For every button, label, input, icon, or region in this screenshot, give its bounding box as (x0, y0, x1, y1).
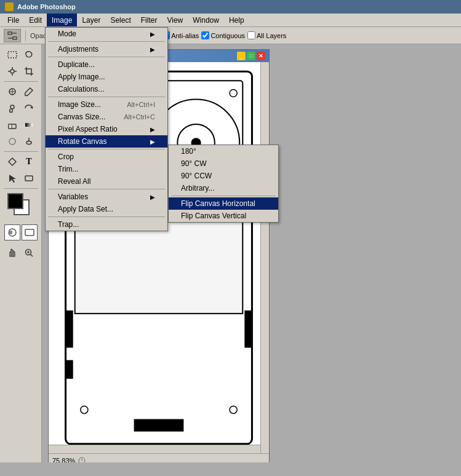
hand-tool[interactable] (4, 245, 20, 261)
menu-layer[interactable]: Layer (77, 14, 105, 26)
menu-filter[interactable]: Filter (136, 14, 162, 26)
dodge-tool[interactable] (21, 133, 37, 149)
doc-title-bar: Untitled-1 @ 75.83% (RGB/8) _ □ ✕ (49, 50, 269, 62)
doc-close-btn[interactable]: ✕ (257, 52, 265, 60)
svg-marker-21 (9, 175, 16, 183)
tool-row-6 (4, 133, 37, 149)
canvas-image (49, 62, 269, 453)
color-boxes[interactable] (7, 193, 34, 220)
main-area: T (0, 44, 461, 462)
healing-brush-tool[interactable] (4, 84, 20, 100)
toolbar: Opacity: 100% Tolerance: Anti-alias Cont… (0, 27, 461, 44)
history-brush-tool[interactable] (21, 100, 37, 116)
doc-maximize-btn[interactable]: □ (247, 52, 255, 60)
doc-controls: _ □ ✕ (237, 52, 265, 60)
svg-point-18 (9, 138, 15, 145)
lasso-tool[interactable] (21, 47, 37, 63)
app-icon (5, 2, 14, 11)
doc-content (49, 62, 269, 453)
menu-image[interactable]: Image (47, 14, 77, 26)
svg-rect-45 (66, 311, 73, 348)
tool-div-2 (4, 151, 38, 152)
app-title: Adobe Photoshop (17, 3, 76, 10)
tool-options-icon (4, 29, 21, 42)
doc-title: Untitled-1 @ 75.83% (RGB/8) (52, 52, 142, 60)
svg-point-13 (10, 105, 14, 109)
svg-rect-46 (66, 360, 73, 379)
tool-row-zoom (4, 245, 37, 261)
svg-rect-39 (75, 202, 243, 314)
tool-row-1 (4, 47, 37, 63)
mode-boxes (4, 224, 38, 240)
menu-edit[interactable]: Edit (24, 14, 47, 26)
tool-row-2 (4, 63, 37, 79)
svg-rect-16 (9, 124, 12, 129)
toolbar-sep-2 (95, 30, 96, 41)
clone-stamp-tool[interactable] (4, 100, 20, 116)
tolerance-input[interactable] (134, 30, 153, 41)
tool-row-8 (4, 170, 37, 186)
menu-select[interactable]: Select (105, 14, 135, 26)
menu-window[interactable]: Window (188, 14, 224, 26)
pen-tool[interactable] (4, 154, 20, 170)
zoom-level: 75.83% (52, 457, 75, 463)
toolbar-sep-3 (157, 30, 158, 41)
menu-view[interactable]: View (162, 14, 188, 26)
tool-row-4 (4, 100, 37, 116)
document-window: Untitled-1 @ 75.83% (RGB/8) _ □ ✕ (48, 49, 270, 462)
svg-rect-25 (25, 229, 34, 236)
doc-minimize-btn[interactable]: _ (237, 52, 246, 60)
svg-marker-14 (30, 106, 33, 109)
crop-tool[interactable] (21, 63, 37, 79)
menu-help[interactable]: Help (224, 14, 249, 26)
anti-alias-label[interactable]: Anti-alias (162, 31, 199, 39)
tolerance-label: Tolerance: (100, 32, 132, 39)
svg-rect-4 (8, 52, 17, 58)
tool-row-3 (4, 84, 37, 100)
canvas-area: Untitled-1 @ 75.83% (RGB/8) _ □ ✕ (42, 44, 461, 462)
svg-rect-44 (134, 419, 184, 431)
type-tool[interactable]: T (21, 154, 37, 170)
svg-rect-0 (8, 32, 12, 34)
svg-point-9 (10, 69, 14, 73)
rectangular-marquee-tool[interactable] (4, 47, 20, 63)
svg-rect-22 (25, 176, 33, 181)
blur-tool[interactable] (4, 133, 20, 149)
all-layers-checkbox[interactable] (247, 31, 255, 39)
anti-alias-checkbox[interactable] (162, 31, 170, 39)
eraser-tool[interactable] (4, 117, 20, 133)
doc-statusbar: 75.83% (49, 453, 269, 462)
quick-mask-mode[interactable] (4, 224, 20, 240)
all-layers-label[interactable]: All Layers (247, 31, 286, 39)
brush-tool[interactable] (21, 84, 37, 100)
svg-rect-1 (13, 37, 17, 39)
path-selection-tool[interactable] (4, 170, 20, 186)
svg-rect-31 (75, 81, 243, 192)
svg-rect-24 (9, 231, 12, 234)
magic-wand-tool[interactable] (4, 63, 20, 79)
tool-div-1 (4, 81, 38, 82)
svg-line-27 (31, 255, 33, 257)
tool-row-7: T (4, 154, 37, 170)
gradient-tool[interactable] (21, 117, 37, 133)
status-icon (78, 456, 86, 463)
tools-panel: T (0, 44, 42, 462)
contiguous-checkbox[interactable] (201, 31, 209, 39)
opacity-label: Opacity: (30, 32, 55, 39)
svg-rect-17 (25, 123, 33, 127)
foreground-color[interactable] (7, 193, 23, 209)
shape-tool[interactable] (21, 170, 37, 186)
opacity-select[interactable]: 100% (57, 30, 91, 42)
title-bar: Adobe Photoshop (0, 0, 461, 14)
svg-rect-47 (244, 311, 252, 348)
tool-div-3 (4, 188, 38, 189)
zoom-tool[interactable] (21, 245, 37, 261)
screen-mode[interactable] (22, 224, 38, 240)
contiguous-label[interactable]: Contiguous (201, 31, 245, 39)
doc-scrollbar-right[interactable] (260, 62, 269, 453)
menu-bar: File Edit Image Layer Select Filter View… (0, 14, 461, 27)
svg-point-37 (191, 138, 201, 148)
doc-scrollbar-bottom[interactable] (49, 445, 260, 453)
menu-file[interactable]: File (2, 14, 24, 26)
svg-point-19 (26, 141, 31, 145)
